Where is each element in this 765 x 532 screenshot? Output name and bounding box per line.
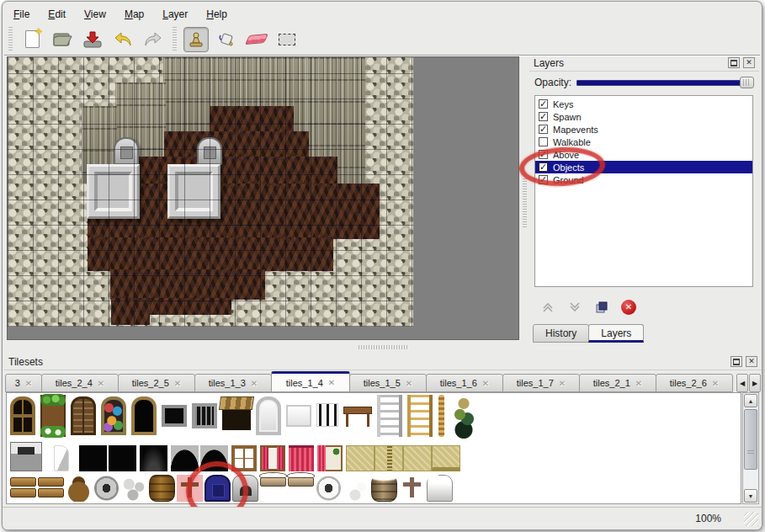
tile-stained-glass-window[interactable] <box>101 396 126 435</box>
tile-snowy-tombstone[interactable] <box>427 475 453 502</box>
tab-close-icon[interactable]: ✕ <box>712 379 719 388</box>
scroll-tabs-left-button[interactable]: ◀ <box>736 374 748 392</box>
horizontal-splitter[interactable] <box>7 341 519 353</box>
tile-flower-box-window[interactable] <box>40 395 66 437</box>
tab-history[interactable]: History <box>533 324 589 343</box>
tile-snowy-sign-large[interactable] <box>288 475 314 502</box>
duplicate-layer-button[interactable] <box>592 297 612 317</box>
menu-edit[interactable]: Edit <box>42 7 72 22</box>
tile-wood-barrel[interactable] <box>149 475 175 502</box>
tile-stone-pile[interactable] <box>121 475 147 502</box>
tile-snowy-well[interactable] <box>316 475 342 502</box>
layer-row-keys[interactable]: ✓ Keys <box>535 98 752 110</box>
toolbar-drag-handle-2[interactable] <box>172 27 178 52</box>
redo-button[interactable] <box>141 27 166 52</box>
tile-black-opening[interactable] <box>79 445 107 471</box>
tile-black-opening[interactable] <box>109 445 136 471</box>
tileset-tab[interactable]: tiles_2_4 ✕ <box>41 374 119 392</box>
tile-wooden-table[interactable] <box>343 407 372 427</box>
tile-snowy-barrel[interactable] <box>371 475 397 502</box>
scroll-down-button[interactable]: ▼ <box>744 489 757 503</box>
fill-tool-button[interactable] <box>214 27 239 52</box>
tile-wood-sign-large[interactable] <box>38 475 64 502</box>
tileset-tab[interactable]: tiles_1_6 ✕ <box>426 374 503 392</box>
toolbar-drag-handle[interactable] <box>8 27 13 52</box>
tile-curtain-plant-window[interactable] <box>317 445 343 471</box>
menu-help[interactable]: Help <box>200 7 233 22</box>
checkbox-checked[interactable]: ✓ <box>539 125 548 134</box>
tile-stone-stove[interactable] <box>10 442 42 471</box>
tile-tan-floor[interactable] <box>346 445 375 471</box>
tile-tan-floor-edge[interactable] <box>432 445 460 471</box>
save-file-button[interactable] <box>80 27 105 52</box>
tileset-tab[interactable]: 3 ✕ <box>5 374 42 392</box>
tileset-tab[interactable]: tiles_1_7 ✕ <box>502 374 580 392</box>
tile-shuttered-window[interactable] <box>71 396 96 435</box>
menu-map[interactable]: Map <box>119 7 150 22</box>
tile-red-curtains[interactable] <box>289 445 314 471</box>
open-file-button[interactable] <box>50 27 75 52</box>
tileset-tab[interactable]: tiles_2_5 ✕ <box>118 374 195 392</box>
tile-wood-sign-small[interactable] <box>10 475 36 502</box>
tile-white-arched-window[interactable] <box>256 396 281 435</box>
checkbox-unchecked[interactable] <box>539 137 548 146</box>
tab-close-icon[interactable]: ✕ <box>25 379 32 388</box>
menu-layer[interactable]: Layer <box>157 7 194 22</box>
tileset-scrollbar[interactable]: ▲ ▼ <box>742 392 759 504</box>
stamp-tool-button[interactable] <box>183 27 209 52</box>
delete-layer-button[interactable]: ✕ <box>619 297 639 317</box>
tile-snowy-sign-small[interactable] <box>260 475 286 502</box>
tile-barred-window[interactable] <box>192 403 217 428</box>
tileset-tab[interactable]: tiles_1_3 ✕ <box>194 374 272 392</box>
scroll-up-button[interactable]: ▲ <box>744 394 757 407</box>
menu-file[interactable]: File <box>8 7 35 22</box>
tile-awning-window[interactable] <box>222 400 251 430</box>
tile-curtained-window[interactable] <box>260 445 285 471</box>
tab-close-icon[interactable]: ✕ <box>251 379 258 388</box>
float-panel-button[interactable] <box>730 356 742 367</box>
tab-close-icon[interactable]: ✕ <box>328 378 335 387</box>
move-layer-down-button[interactable] <box>565 297 585 317</box>
eraser-tool-button[interactable] <box>244 27 269 52</box>
move-layer-up-button[interactable] <box>538 297 558 317</box>
map-canvas[interactable] <box>7 56 519 340</box>
tile-snowy-grave-cross[interactable] <box>399 475 425 502</box>
tile-black-arch[interactable] <box>171 445 199 471</box>
tile-stone-wedge[interactable] <box>54 445 69 471</box>
tile-arched-wood-window[interactable] <box>10 396 35 435</box>
tile-tan-floor-ladder[interactable] <box>375 445 403 471</box>
layer-row-walkable[interactable]: Walkable <box>535 136 752 148</box>
tileset-tab[interactable]: tiles_1_5 ✕ <box>349 374 427 392</box>
tab-close-icon[interactable]: ✕ <box>635 379 642 388</box>
close-panel-button[interactable]: ✕ <box>743 57 755 68</box>
opacity-slider[interactable] <box>576 77 754 88</box>
tile-grill-bars[interactable] <box>316 403 338 427</box>
vertical-splitter[interactable] <box>521 56 529 340</box>
tab-close-icon[interactable]: ✕ <box>482 379 489 388</box>
tile-white-square-window[interactable] <box>286 405 311 427</box>
tab-layers[interactable]: Layers <box>588 324 644 343</box>
tab-close-icon[interactable]: ✕ <box>559 379 566 388</box>
tile-stone-well[interactable] <box>93 475 120 502</box>
tile-black-opening[interactable] <box>140 445 167 471</box>
tab-close-icon[interactable]: ✕ <box>174 379 181 388</box>
layer-row-spawn[interactable]: ✓ Spawn <box>535 110 752 123</box>
checkbox-checked[interactable]: ✓ <box>539 112 548 121</box>
checkbox-checked[interactable]: ✓ <box>539 99 548 109</box>
scroll-tabs-right-button[interactable]: ▶ <box>749 374 761 392</box>
undo-button[interactable] <box>110 27 135 52</box>
tile-metal-ladder[interactable] <box>377 395 402 437</box>
tile-roots-plant[interactable] <box>451 395 476 439</box>
opacity-slider-handle[interactable] <box>740 77 754 88</box>
menu-view[interactable]: View <box>78 7 112 22</box>
close-panel-button[interactable]: ✕ <box>746 356 757 367</box>
scrollbar-thumb[interactable] <box>744 409 757 470</box>
tab-close-icon[interactable]: ✕ <box>98 379 104 388</box>
tile-dark-arched-window[interactable] <box>131 396 157 435</box>
new-file-button[interactable]: ✦ <box>19 27 45 52</box>
tile-hanging-rope[interactable] <box>438 395 444 437</box>
tile-snowy-stone-pile[interactable] <box>343 475 369 502</box>
select-tool-button[interactable] <box>274 27 300 52</box>
tab-close-icon[interactable]: ✕ <box>406 379 412 388</box>
layer-row-mapevents[interactable]: ✓ Mapevents <box>535 123 752 136</box>
